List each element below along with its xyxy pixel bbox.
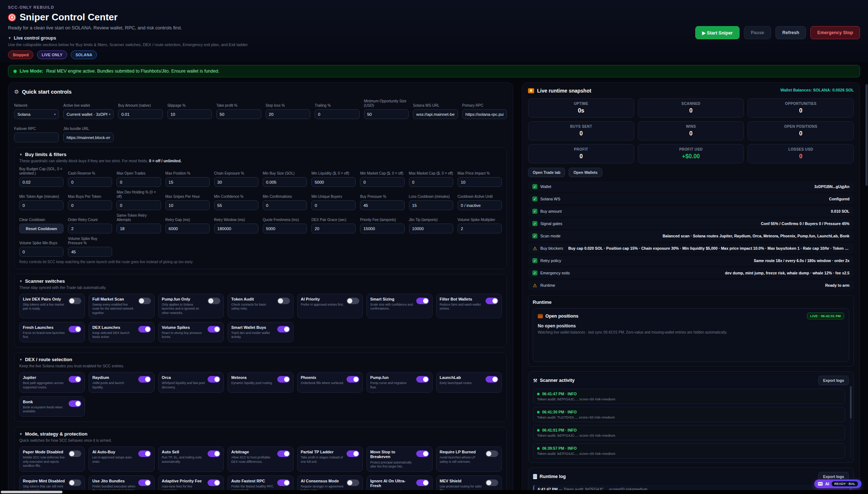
smart-wallet-buys-toggle[interactable]: [277, 326, 290, 332]
pump-fun-only-toggle[interactable]: [208, 298, 220, 304]
buy-pressure-input[interactable]: [360, 200, 404, 210]
open-wallets-button[interactable]: Open Wallets: [569, 168, 602, 177]
active-live-wallet-select[interactable]: Current wallet · 3zDPf▾: [63, 109, 114, 119]
refresh-button[interactable]: Refresh: [775, 26, 806, 39]
order-retry-count-input[interactable]: [68, 224, 112, 233]
chain-exposure-input[interactable]: [214, 177, 258, 187]
max-buys-per-token-input[interactable]: [68, 200, 112, 210]
live-dex-pairs-only-toggle[interactable]: [69, 298, 81, 304]
stop-loss-input[interactable]: [266, 109, 310, 119]
dex-route-toggle[interactable]: ▼ DEX / route selection: [19, 357, 502, 362]
arbitrage-toggle[interactable]: [277, 450, 290, 457]
switch-knob: [69, 451, 74, 456]
require-mint-disabled-toggle[interactable]: [69, 479, 81, 486]
field-label: Buy Pressure %: [360, 190, 404, 199]
slippage-input[interactable]: [167, 109, 212, 119]
priority-fee-lamports-input[interactable]: [360, 224, 404, 233]
status-label: ✓Signal gates: [532, 221, 562, 226]
take-profit-input[interactable]: [216, 109, 261, 119]
paper-mode-disabled-toggle[interactable]: [69, 450, 81, 457]
scanner-activity-title-row: ⚒ Scanner activity: [533, 378, 575, 383]
min-liquidity-0-off-input[interactable]: [311, 177, 356, 187]
volume-spike-multiplier-input[interactable]: [458, 224, 502, 233]
token-audit-toggle[interactable]: [277, 298, 290, 304]
pump-fun-toggle[interactable]: [416, 376, 429, 383]
minimum-opportunity-size-usd-input[interactable]: [364, 109, 409, 119]
min-token-age-minutes-input[interactable]: [19, 200, 64, 210]
max-position-input[interactable]: [165, 177, 210, 187]
max-snipes-per-hour-input[interactable]: [165, 200, 210, 210]
mode-strategy-toggle[interactable]: ▼ Mode, strategy & protection: [19, 431, 502, 437]
volume-spike-min-buys-input[interactable]: [19, 247, 64, 257]
min-market-cap-0-off-input[interactable]: [360, 177, 404, 187]
loss-cooldown-minutes-input[interactable]: [409, 200, 453, 210]
raydium-toggle[interactable]: [138, 376, 151, 383]
require-lp-burned-toggle[interactable]: [486, 450, 498, 457]
cooldown-active-until-input[interactable]: [458, 200, 502, 210]
volume-spikes-toggle[interactable]: [208, 326, 220, 332]
failover-rpc-input[interactable]: [14, 132, 59, 142]
pause-button[interactable]: Pause: [744, 26, 771, 39]
retry-window-ms-input[interactable]: [214, 224, 258, 233]
jito-bundle-url-input[interactable]: [63, 132, 114, 142]
dex-launches-toggle[interactable]: [138, 326, 151, 332]
max-price-impact-input[interactable]: [458, 177, 502, 187]
retry-gap-ms-input[interactable]: [165, 224, 210, 233]
fresh-launches-toggle[interactable]: [69, 326, 81, 332]
full-market-scan-toggle[interactable]: [138, 298, 151, 304]
horizontal-scrollbar[interactable]: [1, 491, 62, 493]
min-unique-buyers-input[interactable]: [311, 200, 356, 210]
bonk-toggle[interactable]: [69, 400, 81, 407]
auto-sell-toggle[interactable]: [208, 450, 220, 457]
solana-ws-url-input[interactable]: [413, 109, 458, 119]
page-scrollbar[interactable]: [865, 84, 868, 186]
buy-limits-toggle[interactable]: ▼ Buy limits & filters: [19, 152, 502, 157]
partial-tp-ladder-toggle[interactable]: [347, 450, 359, 457]
ai-consensus-mode-toggle[interactable]: [347, 479, 359, 486]
min-confirmations-input[interactable]: [263, 200, 307, 210]
launchlab-toggle[interactable]: [486, 376, 498, 383]
orca-toggle[interactable]: [208, 376, 220, 383]
primary-rpc-input[interactable]: [462, 109, 507, 119]
ai-assistant-pill[interactable]: AI READY · BAL: [814, 479, 861, 488]
jupiter-toggle[interactable]: [69, 376, 81, 383]
smart-sizing-toggle[interactable]: [416, 298, 429, 304]
min-confidence-input[interactable]: [214, 200, 258, 210]
scanner-switches-toggle[interactable]: ▼ Scanner switches: [19, 278, 502, 284]
start-sniper-button[interactable]: ▶ Start Sniper: [695, 26, 740, 39]
volume-spike-buy-pressure-input[interactable]: [68, 247, 112, 257]
ignore-ai-on-ultra-fresh-toggle[interactable]: [416, 479, 429, 486]
same-token-retry-attempts-input[interactable]: [116, 224, 161, 233]
scrollbar-thumb[interactable]: [850, 386, 852, 419]
move-stop-to-breakeven-toggle[interactable]: [416, 450, 429, 457]
toggle-desc: Orderbook fills where surfaced.: [301, 381, 344, 385]
scrollbar[interactable]: [850, 386, 852, 458]
max-open-trades-input[interactable]: [116, 177, 161, 187]
ai-priority-toggle[interactable]: [347, 298, 359, 304]
phoenix-toggle[interactable]: [347, 376, 359, 383]
dex-pair-grace-sec-input[interactable]: [311, 224, 356, 233]
quote-freshness-ms-input[interactable]: [263, 224, 307, 233]
emergency-stop-button[interactable]: Emergency Stop: [810, 26, 860, 39]
live-control-groups-toggle[interactable]: ▼ Live control groups: [8, 36, 249, 41]
reset-cooldown-button[interactable]: Reset Cooldown: [19, 224, 64, 233]
move-stop-to-breakeven-card: Move Stop to BreakevenProtect principal …: [367, 446, 432, 472]
adaptive-priority-fee-toggle[interactable]: [208, 479, 220, 486]
filter-bot-wallets-toggle[interactable]: [486, 298, 498, 304]
min-buy-size-sol-input[interactable]: [263, 177, 307, 187]
ai-auto-buy-toggle[interactable]: [138, 450, 151, 457]
open-trade-tab-button[interactable]: Open Trade tab: [528, 168, 565, 177]
max-market-cap-0-off-input[interactable]: [409, 177, 453, 187]
export-logs-button[interactable]: Export logs: [818, 376, 849, 385]
cash-reserve-input[interactable]: [68, 177, 112, 187]
auto-fastest-rpc-toggle[interactable]: [277, 479, 290, 486]
network-select[interactable]: Solana▾: [14, 109, 59, 119]
mev-shield-toggle[interactable]: [486, 479, 498, 486]
buy-budget-cap-sol-0-unlimited-input[interactable]: [19, 177, 64, 187]
buy-amount-native-input[interactable]: [118, 109, 163, 119]
use-jito-bundles-toggle[interactable]: [138, 479, 151, 486]
trailing-input[interactable]: [315, 109, 359, 119]
max-dev-holding-0-off-input[interactable]: [116, 200, 161, 210]
meteora-toggle[interactable]: [277, 376, 290, 383]
jito-tip-lamports-input[interactable]: [409, 224, 453, 233]
